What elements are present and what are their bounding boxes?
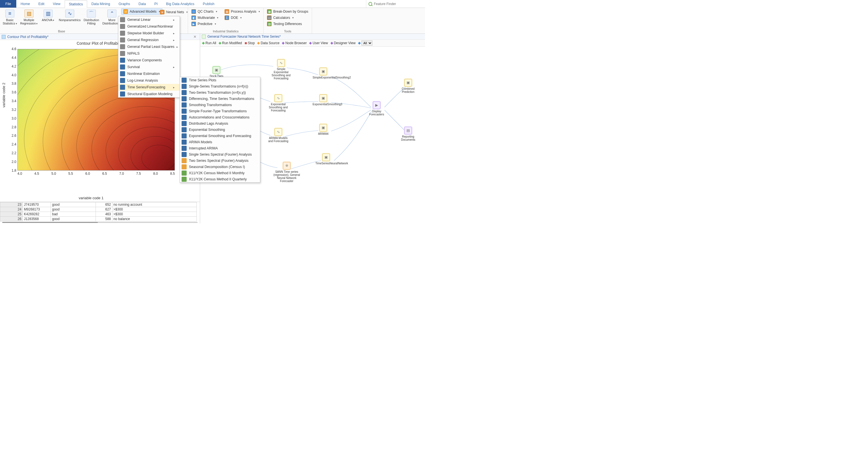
user-view-button[interactable]: User View [309,41,328,45]
submenu-item-distributed-lags-analysis[interactable]: Distributed Lags Analysis [180,120,260,126]
process-analysis-menu[interactable]: ▤Process Analysis▾ [222,8,262,15]
node-exp-smoothing[interactable]: ∿Exponential Smoothing and Forecasting [268,94,289,112]
submenu-item-x11-y2k-census-method-ii-monthly[interactable]: X11/Y2K Census Method II Monthly [180,170,260,176]
tab-view[interactable]: View [49,0,65,8]
submenu-item-single-series-transformations-x-f-x-[interactable]: Single-Series Transformations (x=f(x)) [180,83,260,89]
menu-item-log-linear-analysis[interactable]: Log-Linear Analysis [118,77,180,84]
node-ses2[interactable]: ▣SimpleExponentialSmoothing2 [313,68,334,79]
testing-differences-menu[interactable]: ▧Testing Differences [265,21,311,27]
table-row[interactable]: 25K4269282bad463>$300 [0,212,197,217]
horizontal-scrollbar[interactable] [2,222,197,223]
basic-statistics-button[interactable]: ≡ Basic Statistics▾ [1,8,19,26]
submenu-item-smoothing-transformations[interactable]: Smoothing Transformations [180,102,260,108]
menu-item-icon [120,51,125,56]
tab-data-mining[interactable]: Data Mining [87,0,115,8]
submenu-item-exponential-smoothing-and-forecasting[interactable]: Exponential Smoothing and Forecasting [180,133,260,139]
node-arima4[interactable]: ▣ARIMA4 [313,124,334,135]
node-arima[interactable]: ∿ARIMA Models and Forecasting [268,128,289,143]
submenu-item-arima-models[interactable]: ARIMA Models [180,139,260,145]
tab-big-data[interactable]: Big Data Analytics [162,0,199,8]
menu-item-general-linear[interactable]: General Linear▸ [118,16,180,23]
qc-charts-menu[interactable]: □QC Charts▾ [189,8,221,15]
data-table[interactable]: 23J7419570good652no running account24M92… [0,202,200,223]
tab-file[interactable]: File [0,0,16,8]
menu-item-survival[interactable]: Survival▸ [118,64,180,70]
submenu-item-exponential-smoothing[interactable]: Exponential Smoothing [180,126,260,133]
tab-graphs[interactable]: Graphs [115,0,134,8]
multivariate-menu[interactable]: ◧Multivariate▾ [189,15,221,21]
neural-nets-menu[interactable]: ※ Neural Nets▾ [158,9,190,15]
plot-doc-icon [2,35,6,39]
predictive-menu[interactable]: ▶Predictive▾ [189,21,221,27]
view-filter-select[interactable]: All [362,40,372,46]
node-combined-prediction[interactable]: ▣Combined Prediction [398,79,419,93]
doe-menu[interactable]: ΣDOE▾ [222,15,262,21]
menu-item-variance-components[interactable]: Variance Components [118,57,180,64]
calculators-menu[interactable]: ▭Calculators▾ [265,15,311,21]
tab-statistics[interactable]: Statistics [65,0,87,8]
multiple-regression-button[interactable]: ▨ Multiple Regression▾ [20,8,38,26]
submenu-item-differencing-time-series-transformations[interactable]: Differencing, Time Series Transformation… [180,96,260,102]
node-sann[interactable]: ※SANN Time series (regression), General … [273,162,300,182]
submenu-item-simple-fourier-type-transformations[interactable]: Simple Fourier-Type Transformations [180,108,260,114]
close-icon[interactable]: ✕ [192,35,198,39]
right-document-tab[interactable]: General Forecaster Neural Network Time S… [200,34,425,40]
tab-publish[interactable]: Publish [199,0,219,8]
table-row[interactable]: 23J7419570good652no running account [0,202,197,207]
menu-item-stepwise-model-builder[interactable]: Stepwise Model Builder▸ [118,30,180,36]
breakdown-by-groups-menu[interactable]: ▦Break-Down by Groups [265,8,311,15]
submenu-item-single-series-spectral-fourier-analysis[interactable]: Single Series Spectral (Fourier) Analysi… [180,151,260,158]
feature-finder-input[interactable] [374,2,423,6]
advanced-models-menu[interactable]: σ Advanced Models▾ [121,8,162,15]
submenu-arrow-icon: ▸ [173,32,175,35]
run-modified-button[interactable]: Run Modified [219,41,242,45]
menu-item-icon [120,17,125,22]
menu-item-icon [182,158,187,163]
submenu-item-time-series-plots[interactable]: Time Series Plots [180,77,260,83]
menu-item-time-series-forecasting[interactable]: Time Series/Forecasting▸ [118,84,180,91]
menu-item-nonlinear-estimation[interactable]: Nonlinear Estimation [118,70,180,77]
table-row[interactable]: 24M9268173good627>$300 [0,207,197,212]
anova-button[interactable]: ▥ ANOVA▾ [39,8,57,23]
node-stock-data[interactable]: ▣Stock Data [206,66,227,78]
tab-home[interactable]: Home [16,0,34,8]
submenu-item-two-series-transformation-x-f-x-y-[interactable]: Two-Series Transformation (x=f(x,y)) [180,89,260,96]
advanced-models-dropdown[interactable]: General Linear▸Generalized Linear/Nonlin… [118,16,180,98]
node-display-forecasters[interactable]: ▶Display Forecasters [366,102,388,116]
node-reporting-documents[interactable]: ▤Reporting Documents [398,127,419,141]
time-series-submenu[interactable]: Time Series PlotsSingle-Series Transform… [180,77,260,182]
submenu-item-two-series-spectral-fourier-analysis[interactable]: Two Series Spectral (Fourier) Analysis [180,158,260,164]
data-icon: ▣ [213,66,220,74]
tab-pi[interactable]: PI [150,0,162,8]
submenu-item-autocorrelations-and-crosscorrelations[interactable]: Autocorrelations and Crosscorrelations [180,114,260,120]
designer-view-button[interactable]: Designer View [331,41,355,45]
view-filter[interactable]: All [359,40,372,46]
feature-finder[interactable] [366,0,425,8]
nonparametrics-button[interactable]: ∿ Nonparametrics [59,8,81,23]
node-tsnn[interactable]: ▣TimeSeriesNeuralNetwork [315,154,337,165]
tab-edit[interactable]: Edit [34,0,49,8]
table-row[interactable]: 26J1283568good588no balance [0,217,197,222]
more-dist-icon: ⌃ [107,9,116,18]
proc-icon: ▤ [225,9,229,14]
run-all-button[interactable]: Run All [203,41,216,45]
submenu-item-seasonal-decomposition-census-i-[interactable]: Seasonal Decomposition (Census I) [180,164,260,170]
node-browser-button[interactable]: Node Browser [282,41,307,45]
submenu-item-interrupted-arima[interactable]: Interrupted ARIMA [180,145,260,151]
menu-item-icon [182,109,187,114]
submenu-item-x11-y2k-census-method-ii-quarterly[interactable]: X11/Y2K Census Method II Quarterly [180,176,260,182]
menu-item-nipals[interactable]: NIPALS [118,50,180,57]
menu-item-general-partial-least-squares[interactable]: General Partial Least Squares▸ [118,43,180,50]
menu-item-general-regression[interactable]: General Regression▸ [118,36,180,43]
tab-data[interactable]: Data [134,0,150,8]
node-es3[interactable]: ▣ExponentialSmoothing3 [313,94,334,106]
distribution-fitting-button[interactable]: ⌒ Distribution Fitting [83,8,100,26]
ribbon-group-ind-stats: □QC Charts▾ ◧Multivariate▾ ▶Predictive▾ … [188,8,264,33]
node-simple-exp-smoothing[interactable]: ∿Simple Exponential Smoothing and Foreca… [270,59,292,80]
data-source-button[interactable]: Data Source [257,41,279,45]
stop-button[interactable]: Stop [245,41,255,45]
menu-item-generalized-linear-nonlinear[interactable]: Generalized Linear/Nonlinear [118,23,180,30]
workflow-doc-icon [202,35,206,38]
menu-item-icon [120,24,125,29]
menu-item-structural-equation-modeling[interactable]: Structural Equation Modeling [118,91,180,97]
